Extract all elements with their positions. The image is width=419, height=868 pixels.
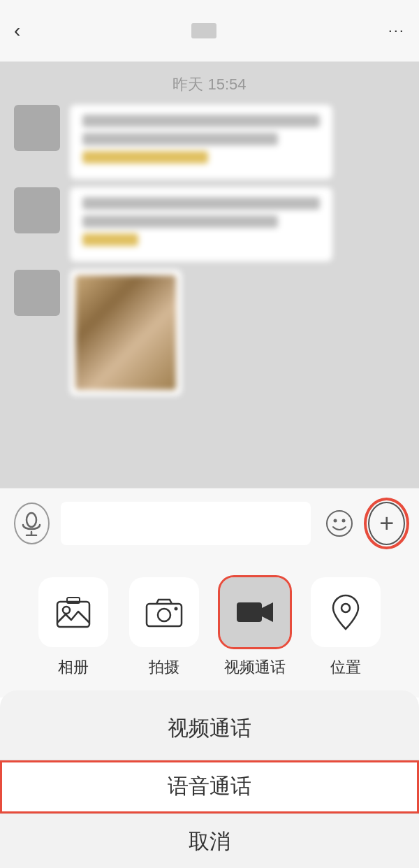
avatar <box>14 187 60 233</box>
chat-bubble <box>70 187 332 261</box>
avatar <box>14 270 60 316</box>
input-toolbar: + <box>0 488 419 558</box>
action-sheet-title: 视频通话 <box>168 690 251 760</box>
svg-point-11 <box>175 607 178 611</box>
back-button[interactable]: ‹ <box>14 20 20 42</box>
svg-point-10 <box>158 609 170 621</box>
svg-point-4 <box>334 519 337 522</box>
location-icon-wrap <box>311 577 381 647</box>
voice-call-button[interactable]: 语音通话 <box>0 760 419 813</box>
svg-rect-6 <box>57 602 89 627</box>
chat-message <box>14 187 405 261</box>
location-label: 位置 <box>330 657 361 678</box>
album-icon-wrap <box>38 577 108 647</box>
plus-button[interactable]: + <box>368 502 405 545</box>
svg-point-3 <box>327 511 352 536</box>
video-label: 视频通话 <box>224 657 286 678</box>
svg-point-13 <box>341 604 350 612</box>
contact-avatar <box>191 23 216 38</box>
tool-album[interactable]: 相册 <box>38 577 108 678</box>
camera-icon-wrap <box>129 577 199 647</box>
video-icon-wrap <box>220 577 290 647</box>
camera-label: 拍摄 <box>149 657 179 678</box>
chat-bubble <box>70 105 332 179</box>
action-sheet: 视频通话 语音通话 取消 <box>0 690 419 868</box>
tool-location[interactable]: 位置 <box>311 577 381 678</box>
chat-timestamp: 昨天 15:54 <box>0 74 419 95</box>
chat-message <box>14 270 405 396</box>
avatar <box>14 105 60 151</box>
svg-point-0 <box>27 513 36 527</box>
svg-point-7 <box>63 607 70 614</box>
bubble-wrap <box>70 105 332 179</box>
divider <box>0 813 419 814</box>
nav-title <box>191 23 216 38</box>
svg-point-5 <box>342 519 346 522</box>
cancel-button[interactable]: 取消 <box>0 815 419 868</box>
svg-rect-12 <box>237 602 262 622</box>
more-button[interactable]: ··· <box>388 22 405 40</box>
voice-button[interactable] <box>14 502 50 544</box>
album-label: 相册 <box>58 657 89 678</box>
emoji-button[interactable] <box>322 502 357 544</box>
chat-image <box>70 270 182 396</box>
nav-bar: ‹ ··· <box>0 0 419 62</box>
extra-tools-panel: 相册 拍摄 视频通话 位置 <box>0 558 419 697</box>
bubble-wrap <box>70 270 182 396</box>
tool-video[interactable]: 视频通话 <box>220 577 290 678</box>
tool-camera[interactable]: 拍摄 <box>129 577 199 678</box>
message-input[interactable] <box>61 502 311 545</box>
chat-area: 昨天 15:54 <box>0 62 419 488</box>
chat-message <box>14 105 405 179</box>
bubble-wrap <box>70 187 332 261</box>
